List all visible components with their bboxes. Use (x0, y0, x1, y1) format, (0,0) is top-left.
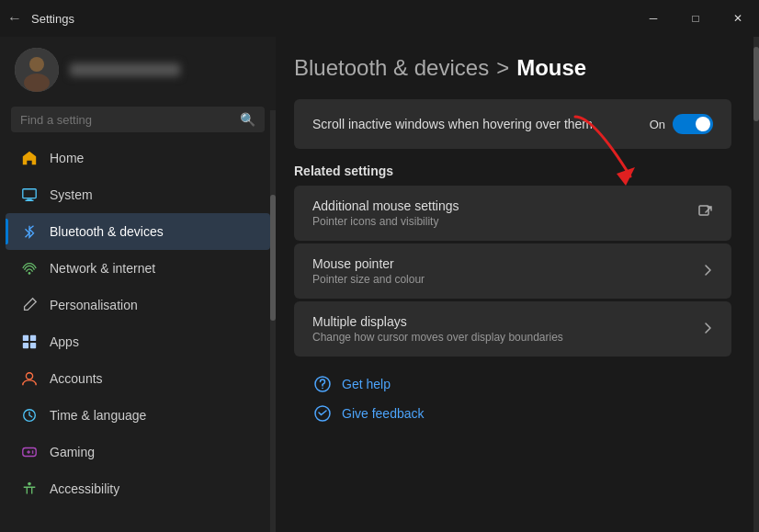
sidebar-item-apps-label: Apps (50, 334, 79, 349)
mouse-pointer-text: Mouse pointer Pointer size and colour (312, 256, 425, 286)
multiple-displays-row[interactable]: Multiple displays Change how cursor move… (294, 301, 731, 357)
sidebar-item-time-label: Time & language (50, 408, 146, 423)
content-scrollbar-thumb (753, 47, 759, 121)
mouse-pointer-title: Mouse pointer (312, 256, 425, 271)
breadcrumb-current: Mouse (516, 55, 586, 81)
maximize-button[interactable]: □ (674, 0, 717, 37)
home-icon (20, 149, 39, 167)
title-bar-controls: ─ □ ✕ (632, 0, 759, 37)
sidebar-item-accessibility[interactable]: Accessibility (6, 470, 270, 507)
search-input[interactable] (20, 113, 232, 127)
personalise-icon (20, 296, 39, 314)
breadcrumb: Bluetooth & devices > Mouse (294, 55, 731, 81)
bluetooth-icon (20, 222, 39, 241)
scroll-inactive-setting: Scroll inactive windows when hovering ov… (294, 99, 731, 149)
search-icon: 🔍 (240, 112, 255, 127)
svg-rect-3 (23, 189, 36, 198)
sidebar-item-system[interactable]: System (6, 176, 270, 213)
give-feedback-link[interactable]: Give feedback (312, 403, 713, 424)
related-settings-header: Related settings (294, 164, 731, 178)
nav-list: Home System (0, 140, 276, 532)
svg-rect-9 (23, 343, 28, 348)
sidebar-item-system-label: System (50, 187, 93, 202)
scroll-inactive-label: Scroll inactive windows when hovering ov… (312, 117, 593, 131)
sidebar-item-bluetooth-label: Bluetooth & devices (50, 224, 164, 239)
svg-rect-8 (30, 335, 36, 341)
title-bar: ← Settings ─ □ ✕ (0, 0, 759, 37)
sidebar: 🔍 Home Syste (0, 37, 276, 532)
toggle-right: On (650, 114, 713, 134)
svg-point-22 (322, 388, 323, 390)
additional-mouse-subtitle: Pointer icons and visibility (312, 215, 459, 228)
accessibility-icon (20, 480, 39, 498)
svg-rect-7 (23, 335, 28, 341)
svg-rect-10 (30, 343, 36, 348)
svg-point-17 (32, 452, 34, 454)
title-bar-left: ← Settings (7, 10, 74, 27)
app-title: Settings (31, 12, 74, 26)
sidebar-item-apps[interactable]: Apps (6, 323, 270, 360)
content-scrollbar[interactable] (753, 37, 759, 532)
get-help-link[interactable]: Get help (312, 374, 713, 394)
back-icon[interactable]: ← (7, 10, 22, 27)
minimize-button[interactable]: ─ (632, 0, 674, 37)
breadcrumb-parent[interactable]: Bluetooth & devices (294, 55, 489, 81)
network-icon (20, 259, 39, 277)
system-icon (20, 186, 39, 204)
sidebar-item-accessibility-label: Accessibility (50, 481, 119, 496)
user-section (0, 37, 276, 103)
breadcrumb-separator: > (496, 55, 509, 81)
additional-mouse-text: Additional mouse settings Pointer icons … (312, 198, 459, 228)
sidebar-item-network-label: Network & internet (50, 261, 155, 276)
scroll-toggle[interactable] (673, 114, 713, 134)
app-body: 🔍 Home Syste (0, 37, 759, 532)
sidebar-item-accounts-label: Accounts (50, 371, 103, 386)
additional-mouse-title: Additional mouse settings (312, 198, 459, 213)
sidebar-item-bluetooth[interactable]: Bluetooth & devices (6, 213, 270, 250)
svg-point-16 (32, 450, 34, 452)
mouse-pointer-row[interactable]: Mouse pointer Pointer size and colour (294, 243, 731, 299)
sidebar-item-home-label: Home (50, 151, 84, 165)
accounts-icon (20, 369, 39, 388)
get-help-icon (312, 374, 333, 394)
get-help-label: Get help (342, 377, 391, 391)
multiple-displays-subtitle: Change how cursor moves over display bou… (312, 331, 563, 344)
sidebar-item-personalisation-label: Personalisation (50, 298, 138, 312)
content-inner: Bluetooth & devices > Mouse Scroll inact… (276, 37, 759, 532)
svg-point-6 (28, 272, 31, 275)
avatar (15, 48, 59, 92)
svg-point-1 (29, 57, 44, 72)
mouse-pointer-subtitle: Pointer size and colour (312, 273, 425, 286)
close-button[interactable]: ✕ (717, 0, 759, 37)
svg-point-2 (24, 74, 50, 92)
gaming-icon (20, 443, 39, 461)
sidebar-item-network[interactable]: Network & internet (6, 250, 270, 287)
apps-icon (20, 333, 39, 351)
svg-point-18 (28, 482, 31, 486)
sidebar-item-home[interactable]: Home (6, 140, 270, 176)
sidebar-item-personalisation[interactable]: Personalisation (6, 287, 270, 323)
sidebar-item-gaming-label: Gaming (50, 445, 95, 459)
bottom-links: Get help Give feedback (294, 359, 731, 438)
sidebar-item-time[interactable]: Time & language (6, 397, 270, 434)
give-feedback-label: Give feedback (342, 406, 425, 421)
sidebar-item-accounts[interactable]: Accounts (6, 360, 270, 397)
additional-mouse-settings-row[interactable]: Additional mouse settings Pointer icons … (294, 186, 731, 241)
external-link-icon (698, 205, 713, 222)
sidebar-item-gaming[interactable]: Gaming (6, 434, 270, 470)
svg-point-11 (26, 373, 32, 379)
content-area: Bluetooth & devices > Mouse Scroll inact… (276, 37, 759, 532)
multiple-displays-chevron (702, 321, 713, 338)
user-name (70, 63, 180, 76)
multiple-displays-text: Multiple displays Change how cursor move… (312, 314, 563, 344)
give-feedback-icon (312, 403, 333, 424)
search-box[interactable]: 🔍 (11, 107, 265, 132)
toggle-on-label: On (650, 118, 665, 131)
multiple-displays-title: Multiple displays (312, 314, 563, 329)
mouse-pointer-chevron (702, 263, 713, 280)
time-icon (20, 406, 39, 424)
